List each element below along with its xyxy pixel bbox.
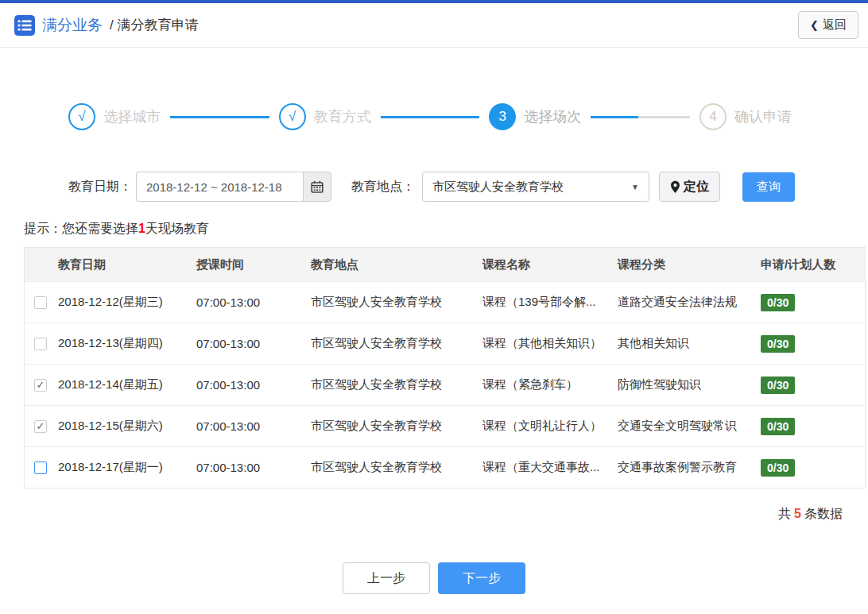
col-applied-planned: 申请/计划人数 bbox=[761, 257, 865, 272]
col-education-date: 教育日期 bbox=[58, 257, 196, 272]
cell-course: 课程（重大交通事故... bbox=[482, 460, 618, 475]
cell-location: 市区驾驶人安全教育学校 bbox=[311, 336, 482, 351]
cell-time: 07:00-13:00 bbox=[196, 337, 311, 350]
table-row: 2018-12-12(星期三) 07:00-13:00 市区驾驶人安全教育学校 … bbox=[25, 281, 865, 322]
cell-location: 市区驾驶人安全教育学校 bbox=[311, 460, 482, 475]
summary-count: 5 bbox=[794, 507, 801, 520]
hint-prefix: 提示：您还需要选择 bbox=[24, 222, 138, 235]
row-checkbox[interactable] bbox=[34, 461, 47, 474]
date-range-input[interactable] bbox=[136, 172, 303, 202]
cell-category: 其他相关知识 bbox=[618, 336, 761, 351]
cell-location: 市区驾驶人安全教育学校 bbox=[311, 377, 482, 392]
row-checkbox[interactable] bbox=[34, 420, 47, 433]
row-checkbox[interactable] bbox=[34, 338, 47, 350]
location-pin-icon bbox=[670, 180, 680, 194]
filter-bar: 教育日期： 教育地点： 市区驾驶人安全教育学校 bbox=[68, 172, 868, 202]
cell-date: 2018-12-12(星期三) bbox=[58, 295, 196, 310]
step-wizard: √ 选择城市 √ 教育方式 3 选择场次 4 确认申请 bbox=[68, 103, 792, 130]
cell-date: 2018-12-14(星期五) bbox=[58, 377, 196, 392]
step-2-circle: √ bbox=[279, 103, 306, 130]
cell-time: 07:00-13:00 bbox=[196, 419, 311, 433]
cell-category: 交通事故案例警示教育 bbox=[618, 460, 761, 475]
previous-step-button[interactable]: 上一步 bbox=[343, 562, 430, 594]
next-step-button[interactable]: 下一步 bbox=[438, 562, 525, 594]
step-education-mode: √ 教育方式 bbox=[279, 103, 371, 130]
cell-course: 课程（139号部令解... bbox=[482, 295, 618, 310]
education-date-label: 教育日期： bbox=[68, 179, 132, 195]
calendar-button[interactable] bbox=[303, 172, 331, 202]
capacity-badge: 0/30 bbox=[761, 459, 795, 477]
table-row: 2018-12-15(星期六) 07:00-13:00 市区驾驶人安全教育学校 … bbox=[25, 405, 865, 446]
breadcrumb: 满分业务 / 满分教育申请 bbox=[14, 15, 198, 36]
page-title: 满分业务 bbox=[42, 15, 103, 36]
cell-location: 市区驾驶人安全教育学校 bbox=[311, 419, 482, 434]
step-select-session: 3 选择场次 bbox=[489, 103, 581, 130]
step-connector bbox=[381, 116, 480, 118]
step-connector bbox=[591, 116, 690, 118]
col-class-time: 授课时间 bbox=[196, 257, 311, 272]
back-button[interactable]: ❮ 返回 bbox=[798, 11, 858, 39]
calendar-icon bbox=[311, 180, 324, 193]
back-button-label: 返回 bbox=[823, 17, 847, 33]
col-course-category: 课程分类 bbox=[618, 257, 761, 272]
search-button[interactable]: 查询 bbox=[742, 172, 795, 202]
capacity-badge: 0/30 bbox=[761, 294, 795, 311]
chevron-left-icon: ❮ bbox=[810, 19, 819, 31]
step-connector bbox=[170, 116, 269, 118]
hint-suffix: 天现场教育 bbox=[145, 222, 209, 235]
education-location-label: 教育地点： bbox=[351, 179, 415, 195]
summary-prefix: 共 bbox=[778, 507, 791, 520]
capacity-badge: 0/30 bbox=[761, 377, 795, 394]
cell-course: 课程（文明礼让行人） bbox=[482, 419, 618, 434]
education-location-select[interactable]: 市区驾驶人安全教育学校 ▼ bbox=[422, 172, 649, 202]
selection-hint: 提示：您还需要选择1天现场教育 bbox=[24, 221, 868, 237]
step-4-circle: 4 bbox=[699, 103, 727, 130]
col-education-location: 教育地点 bbox=[311, 257, 482, 272]
cell-date: 2018-12-15(星期六) bbox=[58, 419, 196, 434]
cell-category: 交通安全文明驾驶常识 bbox=[618, 419, 761, 434]
hint-remaining-days: 1 bbox=[138, 222, 145, 235]
cell-course: 课程（紧急刹车） bbox=[482, 377, 618, 392]
table-header-row: 教育日期 授课时间 教育地点 课程名称 课程分类 申请/计划人数 bbox=[25, 248, 865, 281]
step-3-circle: 3 bbox=[489, 103, 516, 130]
cell-date: 2018-12-17(星期一) bbox=[58, 460, 196, 475]
row-checkbox[interactable] bbox=[34, 296, 47, 309]
table-row: 2018-12-14(星期五) 07:00-13:00 市区驾驶人安全教育学校 … bbox=[25, 364, 865, 405]
locate-button[interactable]: 定位 bbox=[659, 172, 720, 202]
step-1-circle: √ bbox=[68, 103, 95, 130]
step-4-label: 确认申请 bbox=[734, 107, 792, 126]
table-row: 2018-12-17(星期一) 07:00-13:00 市区驾驶人安全教育学校 … bbox=[25, 446, 865, 488]
col-course-name: 课程名称 bbox=[482, 257, 618, 272]
chevron-down-icon: ▼ bbox=[631, 183, 639, 191]
table-row: 2018-12-13(星期四) 07:00-13:00 市区驾驶人安全教育学校 … bbox=[25, 322, 865, 364]
record-count-summary: 共5条数据 bbox=[0, 506, 843, 523]
cell-date: 2018-12-13(星期四) bbox=[58, 336, 196, 351]
date-range-group bbox=[136, 172, 331, 202]
capacity-badge: 0/30 bbox=[761, 418, 795, 435]
capacity-badge: 0/30 bbox=[761, 335, 795, 353]
cell-category: 防御性驾驶知识 bbox=[618, 377, 761, 392]
education-location-value: 市区驾驶人安全教育学校 bbox=[432, 180, 564, 195]
cell-time: 07:00-13:00 bbox=[196, 295, 311, 309]
cell-category: 道路交通安全法律法规 bbox=[618, 295, 761, 310]
summary-suffix: 条数据 bbox=[804, 507, 843, 520]
step-3-label: 选择场次 bbox=[524, 107, 581, 126]
wizard-actions: 上一步 下一步 bbox=[0, 562, 868, 594]
cell-time: 07:00-13:00 bbox=[196, 378, 311, 392]
locate-button-label: 定位 bbox=[684, 179, 709, 195]
step-1-label: 选择城市 bbox=[103, 107, 161, 126]
cell-time: 07:00-13:00 bbox=[196, 461, 311, 474]
step-confirm-application: 4 确认申请 bbox=[699, 103, 792, 130]
step-2-label: 教育方式 bbox=[314, 107, 371, 126]
menu-list-icon bbox=[14, 15, 35, 36]
cell-location: 市区驾驶人安全教育学校 bbox=[311, 295, 482, 310]
cell-course: 课程（其他相关知识） bbox=[482, 336, 618, 351]
page-header: 满分业务 / 满分教育申请 ❮ 返回 bbox=[0, 3, 868, 48]
session-table: 教育日期 授课时间 教育地点 课程名称 课程分类 申请/计划人数 2018-12… bbox=[24, 247, 866, 488]
page-subtitle: / 满分教育申请 bbox=[110, 16, 198, 34]
step-select-city: √ 选择城市 bbox=[68, 103, 161, 130]
row-checkbox[interactable] bbox=[34, 379, 47, 392]
